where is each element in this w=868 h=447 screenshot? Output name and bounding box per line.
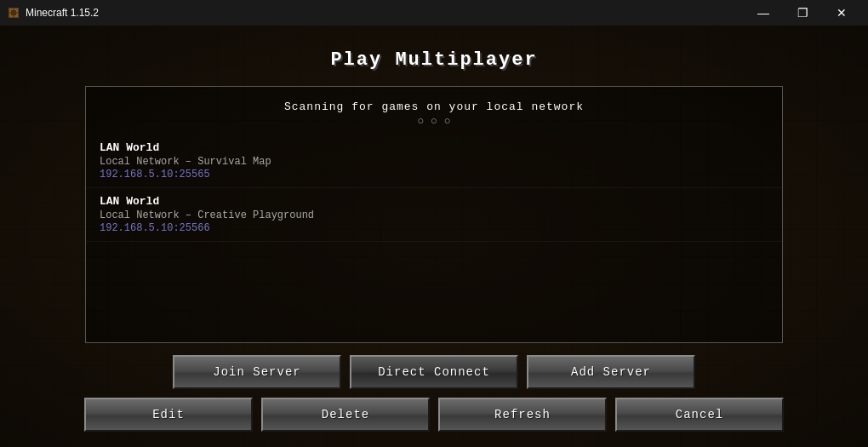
title-bar-left: Minecraft 1.15.2 — [7, 6, 99, 20]
window-controls: — ❐ ✕ — [744, 0, 861, 26]
server-desc: Local Network – Survival Map — [100, 156, 768, 168]
server-ip: 192.168.5.10:25566 — [100, 222, 768, 234]
add-server-button[interactable]: Add Server — [527, 355, 695, 389]
server-desc: Local Network – Creative Playground — [100, 209, 768, 221]
title-bar: Minecraft 1.15.2 — ❐ ✕ — [0, 0, 868, 26]
maximize-button[interactable]: ❐ — [783, 0, 822, 26]
list-item[interactable]: LAN World Local Network – Survival Map 1… — [86, 135, 782, 188]
cancel-button[interactable]: Cancel — [615, 398, 784, 432]
app-icon — [7, 6, 20, 20]
button-row-1: Join Server Direct Connect Add Server — [173, 355, 695, 389]
svg-rect-5 — [11, 10, 16, 15]
edit-button[interactable]: Edit — [84, 398, 253, 432]
delete-button[interactable]: Delete — [261, 398, 430, 432]
app-title: Minecraft 1.15.2 — [26, 7, 99, 19]
close-button[interactable]: ✕ — [822, 0, 861, 26]
server-ip: 192.168.5.10:25565 — [100, 169, 768, 181]
button-row-2: Edit Delete Refresh Cancel — [84, 398, 784, 432]
page-title: Play Multiplayer — [330, 49, 537, 71]
window-content: Play Multiplayer Scanning for games on y… — [0, 26, 868, 447]
content-inner: Play Multiplayer Scanning for games on y… — [0, 26, 868, 447]
refresh-button[interactable]: Refresh — [438, 398, 607, 432]
scanning-line1: Scanning for games on your local network — [86, 100, 782, 113]
server-list[interactable]: Scanning for games on your local network… — [85, 86, 783, 343]
server-name: LAN World — [100, 195, 768, 208]
scanning-text: Scanning for games on your local network… — [86, 100, 782, 128]
minimize-button[interactable]: — — [744, 0, 783, 26]
direct-connect-button[interactable]: Direct Connect — [350, 355, 518, 389]
list-item[interactable]: LAN World Local Network – Creative Playg… — [86, 188, 782, 242]
scanning-line2: ○ ○ ○ — [86, 115, 782, 128]
join-server-button[interactable]: Join Server — [173, 355, 341, 389]
server-name: LAN World — [100, 141, 768, 154]
buttons-area: Join Server Direct Connect Add Server Ed… — [85, 343, 783, 447]
